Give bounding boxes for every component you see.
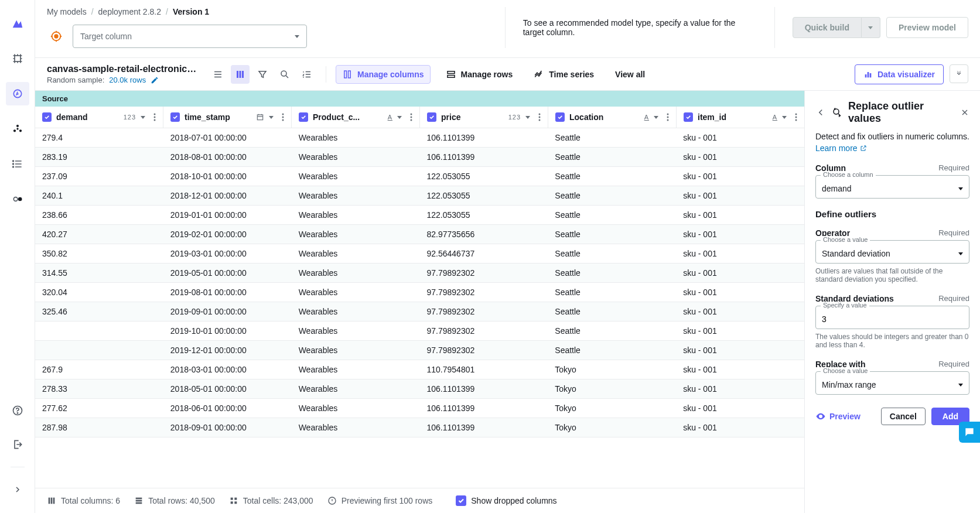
model-type-hint: To see a recommended model type, specify…: [523, 18, 745, 37]
svg-point-33: [411, 114, 412, 115]
svg-point-30: [282, 114, 284, 115]
svg-point-32: [282, 119, 284, 121]
table-cell: 2018-05-01 00:00:00: [163, 379, 292, 398]
column-menu-icon[interactable]: [667, 113, 669, 121]
operator-help: Outliers are values that fall outside of…: [815, 267, 969, 283]
svg-point-41: [667, 119, 669, 121]
table-cell: Tokyo: [548, 360, 676, 379]
panel-back-icon[interactable]: [815, 107, 826, 118]
table-cell: 267.9: [35, 360, 163, 379]
svg-point-6: [12, 160, 13, 162]
search-icon[interactable]: [275, 65, 294, 84]
svg-rect-19: [344, 71, 347, 78]
table-cell: Wearables: [292, 399, 420, 418]
view-list-icon[interactable]: [209, 65, 227, 84]
column-header[interactable]: price123: [420, 107, 548, 128]
table-cell: 279.4: [35, 128, 163, 147]
preview-transform-button[interactable]: Preview: [815, 411, 861, 422]
numbered-list-icon[interactable]: [298, 65, 316, 84]
column-header[interactable]: LocationA: [548, 107, 677, 128]
manage-columns-button[interactable]: Manage columns: [336, 65, 431, 84]
view-grid-icon[interactable]: [231, 65, 250, 84]
column-checkbox[interactable]: [170, 112, 180, 122]
column-header[interactable]: time_stamp: [163, 107, 292, 128]
target-column-select[interactable]: Target column: [73, 25, 307, 48]
target-icon: [47, 27, 66, 46]
breadcrumb-current: Version 1: [173, 7, 209, 16]
stddev-input[interactable]: Specify a value: [815, 306, 969, 329]
column-header[interactable]: demand123: [35, 107, 163, 128]
edit-icon[interactable]: [151, 76, 159, 84]
column-checkbox[interactable]: [684, 112, 693, 122]
table-cell: 2019-01-01 00:00:00: [163, 206, 292, 224]
column-menu-icon[interactable]: [795, 113, 797, 121]
manage-rows-button[interactable]: Manage rows: [440, 65, 519, 84]
panel-close-icon[interactable]: [960, 108, 969, 117]
view-all-button[interactable]: View all: [609, 65, 651, 84]
breadcrumb-item[interactable]: deployment 2.8.2: [98, 7, 161, 16]
svg-rect-17: [242, 71, 244, 78]
column-menu-icon[interactable]: [410, 113, 412, 121]
show-dropped-label: Show dropped columns: [471, 496, 556, 505]
grid-source-label: Source: [35, 91, 804, 107]
column-menu-icon[interactable]: [282, 113, 284, 121]
svg-rect-22: [448, 75, 455, 77]
table-cell: 97.79892302: [419, 341, 548, 360]
column-checkbox[interactable]: [299, 112, 308, 122]
column-select[interactable]: Choose a column demand: [815, 175, 969, 199]
logo-icon[interactable]: [6, 12, 29, 35]
table-cell: 238.66: [35, 206, 163, 224]
breadcrumb-item[interactable]: My models: [47, 7, 87, 16]
table-row: 420.272019-02-01 00:00:00Wearables82.977…: [35, 225, 804, 244]
nav-models-icon[interactable]: [6, 82, 29, 105]
table-cell: 2018-03-01 00:00:00: [163, 360, 292, 379]
collapse-toolbar-icon[interactable]: [950, 64, 968, 83]
column-checkbox[interactable]: [427, 112, 436, 122]
table-cell: 2019-09-01 00:00:00: [163, 302, 292, 321]
svg-point-14: [54, 35, 58, 38]
svg-point-28: [154, 119, 156, 121]
table-cell: 92.56446737: [419, 244, 548, 263]
expand-sidebar-icon[interactable]: [6, 478, 29, 501]
svg-point-42: [795, 114, 797, 115]
column-checkbox[interactable]: [42, 112, 52, 122]
learn-more-link[interactable]: Learn more: [815, 143, 969, 153]
table-cell: Wearables: [292, 264, 420, 282]
table-cell: sku - 001: [676, 322, 804, 340]
column-checkbox[interactable]: [555, 112, 565, 122]
table-cell: 2019-10-01 00:00:00: [163, 322, 292, 340]
preview-stat: Previewing first 100 rows: [327, 496, 433, 505]
table-row: 314.552019-05-01 00:00:00Wearables97.798…: [35, 264, 804, 283]
table-cell: Seattle: [548, 167, 676, 186]
quick-build-button: Quick build: [793, 17, 862, 38]
nav-hub-icon[interactable]: [6, 117, 29, 141]
column-header[interactable]: item_idA: [677, 107, 804, 128]
replace-with-select[interactable]: Choose a value Min/max range: [815, 371, 969, 395]
operator-select[interactable]: Choose a value Standard deviation: [815, 240, 969, 264]
table-cell: Wearables: [292, 341, 420, 360]
sample-value-link[interactable]: 20.0k rows: [109, 76, 146, 84]
logout-icon[interactable]: [6, 433, 29, 456]
svg-rect-45: [49, 498, 50, 504]
table-row: 237.092018-10-01 00:00:00Wearables122.05…: [35, 167, 804, 186]
filter-icon[interactable]: [253, 65, 272, 84]
nav-list-icon[interactable]: [6, 152, 29, 176]
nav-ops-icon[interactable]: [6, 187, 29, 211]
data-visualizer-button[interactable]: Data visualizer: [855, 64, 944, 84]
time-series-button[interactable]: Time series: [528, 65, 600, 84]
column-menu-icon[interactable]: [538, 113, 541, 121]
show-dropped-checkbox[interactable]: [456, 495, 466, 506]
chat-icon[interactable]: [959, 422, 980, 443]
table-cell: sku - 001: [676, 206, 804, 224]
svg-rect-50: [136, 502, 142, 504]
table-row: 2019-12-01 00:00:00Wearables97.79892302S…: [35, 341, 804, 360]
svg-point-35: [411, 119, 412, 121]
cancel-button[interactable]: Cancel: [881, 408, 926, 425]
help-icon[interactable]: [6, 399, 29, 422]
total-columns-stat: Total columns: 6: [47, 496, 120, 505]
column-header[interactable]: Product_c...A: [292, 107, 420, 128]
svg-point-7: [12, 163, 13, 165]
table-cell: 2018-10-01 00:00:00: [163, 167, 292, 186]
nav-datasets-icon[interactable]: [6, 47, 29, 70]
column-menu-icon[interactable]: [153, 113, 156, 121]
